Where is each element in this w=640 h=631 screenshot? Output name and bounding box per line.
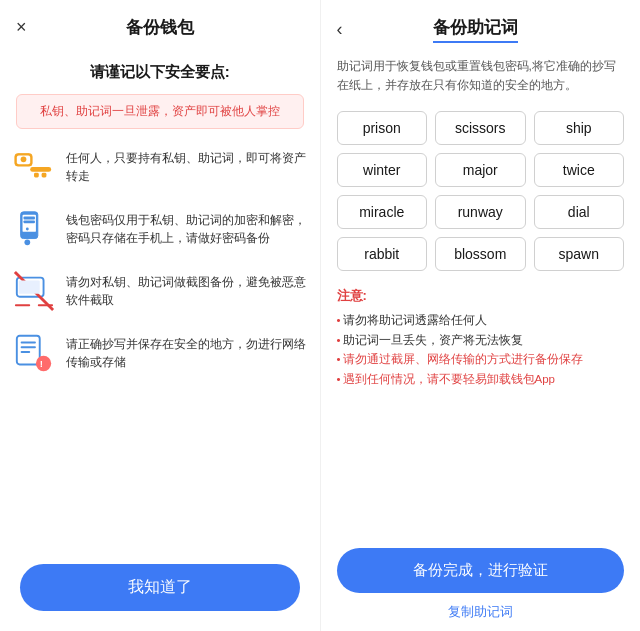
right-title: 备份助记词 xyxy=(433,16,518,43)
word-chip-12: spawn xyxy=(534,237,625,271)
svg-rect-21 xyxy=(21,351,31,353)
word-chip-2: scissors xyxy=(435,111,526,145)
no-screenshot-icon xyxy=(12,269,56,313)
right-description: 助记词用于恢复钱包或重置钱包密码,将它准确的抄写在纸上，并存放在只有你知道的安全… xyxy=(321,51,641,107)
svg-rect-15 xyxy=(15,304,30,306)
word-grid: prisonscissorsshipwintermajortwicemiracl… xyxy=(321,107,641,283)
word-chip-4: winter xyxy=(337,153,428,187)
svg-rect-17 xyxy=(19,281,40,294)
note-item-2: 助记词一旦丢失，资产将无法恢复 xyxy=(337,331,625,351)
note-item-3: 请勿通过截屏、网络传输的方式进行备份保存 xyxy=(337,350,625,370)
left-header: × 备份钱包 xyxy=(0,0,320,55)
right-panel: ‹ 备份助记词 助记词用于恢复钱包或重置钱包密码,将它准确的抄写在纸上，并存放在… xyxy=(321,0,641,631)
note-item-1: 请勿将助记词透露给任何人 xyxy=(337,311,625,331)
left-bottom: 我知道了 xyxy=(0,552,320,631)
left-title: 备份钱包 xyxy=(126,16,194,39)
word-chip-1: prison xyxy=(337,111,428,145)
security-text-4: 请正确抄写并保存在安全的地方，勿进行网络传输或存储 xyxy=(66,331,308,371)
security-item-3: 请勿对私钥、助记词做截图备份，避免被恶意软件截取 xyxy=(12,269,308,313)
svg-rect-16 xyxy=(38,304,53,306)
svg-point-12 xyxy=(26,228,29,231)
copy-mnemonic-link[interactable]: 复制助记词 xyxy=(337,603,625,625)
security-text-2: 钱包密码仅用于私钥、助记词的加密和解密，密码只存储在手机上，请做好密码备份 xyxy=(66,207,308,247)
svg-rect-4 xyxy=(34,173,39,178)
word-chip-9: dial xyxy=(534,195,625,229)
svg-rect-3 xyxy=(30,167,51,172)
know-button[interactable]: 我知道了 xyxy=(20,564,300,611)
svg-point-2 xyxy=(21,157,27,163)
right-bottom: 备份完成，进行验证 复制助记词 xyxy=(321,540,641,631)
word-chip-7: miracle xyxy=(337,195,428,229)
key-icon xyxy=(12,145,56,189)
svg-rect-8 xyxy=(24,217,35,220)
svg-point-10 xyxy=(24,240,30,246)
word-chip-3: ship xyxy=(534,111,625,145)
security-item-2: 钱包密码仅用于私钥、助记词的加密和解密，密码只存储在手机上，请做好密码备份 xyxy=(12,207,308,251)
word-chip-11: blossom xyxy=(435,237,526,271)
back-icon[interactable]: ‹ xyxy=(337,19,343,40)
svg-rect-18 xyxy=(17,336,40,365)
right-title-container: 备份助记词 xyxy=(351,16,601,43)
word-chip-8: runway xyxy=(435,195,526,229)
svg-rect-9 xyxy=(24,220,35,223)
security-text-1: 任何人，只要持有私钥、助记词，即可将资产转走 xyxy=(66,145,308,185)
security-item-4: ! 请正确抄写并保存在安全的地方，勿进行网络传输或存储 xyxy=(12,331,308,375)
svg-text:!: ! xyxy=(40,358,43,369)
security-items: 任何人，只要持有私钥、助记词，即可将资产转走 钱包密码仅用于私钥、助记词的加密 xyxy=(0,145,320,552)
svg-rect-20 xyxy=(21,346,36,348)
close-icon[interactable]: × xyxy=(16,17,27,38)
svg-rect-19 xyxy=(21,342,36,344)
svg-rect-5 xyxy=(42,173,47,178)
save-icon: ! xyxy=(12,331,56,375)
backup-verify-button[interactable]: 备份完成，进行验证 xyxy=(337,548,625,593)
note-item-4: 遇到任何情况，请不要轻易卸载钱包App xyxy=(337,370,625,390)
left-panel: × 备份钱包 请谨记以下安全要点: 私钥、助记词一旦泄露，资产即可被他人掌控 xyxy=(0,0,320,631)
right-header: ‹ 备份助记词 xyxy=(321,0,641,51)
notes-title: 注意: xyxy=(337,287,625,305)
svg-point-22 xyxy=(36,356,51,371)
word-chip-10: rabbit xyxy=(337,237,428,271)
security-text-3: 请勿对私钥、助记词做截图备份，避免被恶意软件截取 xyxy=(66,269,308,309)
notes-section: 注意: 请勿将助记词透露给任何人助记词一旦丢失，资产将无法恢复请勿通过截屏、网络… xyxy=(321,283,641,401)
phone-lock-icon xyxy=(12,207,56,251)
warning-banner: 私钥、助记词一旦泄露，资产即可被他人掌控 xyxy=(16,94,304,129)
left-subtitle: 请谨记以下安全要点: xyxy=(0,55,320,94)
word-chip-6: twice xyxy=(534,153,625,187)
security-item-1: 任何人，只要持有私钥、助记词，即可将资产转走 xyxy=(12,145,308,189)
word-chip-5: major xyxy=(435,153,526,187)
